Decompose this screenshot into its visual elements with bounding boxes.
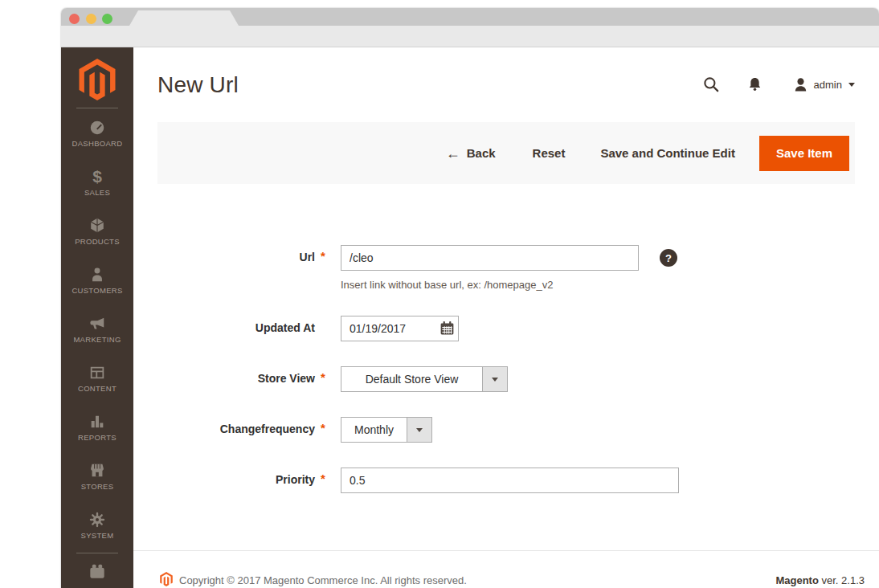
url-input[interactable] — [341, 245, 639, 271]
copyright-text: Copyright © 2017 Magento Commerce Inc. A… — [179, 572, 467, 586]
sidebar-item-marketing[interactable]: MARKETING — [61, 304, 133, 353]
required-mark: * — [315, 366, 341, 384]
content-icon — [88, 364, 106, 382]
magento-logo-icon — [79, 59, 116, 100]
sidebar-item-system[interactable]: SYSTEM — [61, 500, 133, 549]
priority-field-row: Priority * — [133, 468, 879, 493]
admin-footer: Copyright © 2017 Magento Commerce Inc. A… — [133, 550, 879, 588]
version-brand: Magento — [775, 574, 818, 586]
new-url-form: Url * Insert link without base url, ex: … — [133, 184, 879, 550]
sidebar-item-label: DASHBOARD — [72, 139, 123, 148]
changefrequency-label: Changefrequency — [133, 417, 315, 435]
required-mark: * — [315, 468, 341, 485]
page-header: New Url — [133, 47, 879, 122]
priority-label: Priority — [133, 468, 315, 486]
store-view-select[interactable]: Default Store View — [341, 366, 508, 392]
magento-footer-logo-icon — [160, 572, 173, 586]
sidebar-item-dashboard[interactable]: DASHBOARD — [61, 108, 133, 157]
browser-tab[interactable] — [129, 10, 239, 26]
close-window-button[interactable] — [69, 14, 80, 24]
required-mark: * — [315, 245, 341, 263]
sidebar-item-label: SYSTEM — [81, 531, 114, 540]
minimize-window-button[interactable] — [86, 14, 96, 24]
sidebar-item-label: REPORTS — [78, 433, 117, 442]
page-actions-bar: ← Back Reset Save and Continue Edit Save… — [157, 122, 855, 184]
changefrequency-select[interactable]: Monthly — [341, 417, 432, 443]
products-icon — [88, 217, 106, 235]
sidebar-item-content[interactable]: CONTENT — [61, 353, 133, 402]
extensions-icon[interactable] — [87, 560, 108, 584]
notifications-bell-icon[interactable] — [746, 76, 763, 93]
sidebar-item-sales[interactable]: $ SALES — [61, 157, 133, 206]
search-icon[interactable] — [702, 76, 721, 94]
customers-icon — [88, 266, 106, 284]
marketing-icon — [88, 315, 106, 333]
page-title: New Url — [157, 72, 239, 98]
admin-user-menu[interactable]: admin — [792, 76, 855, 93]
save-item-button[interactable]: Save Item — [759, 136, 849, 171]
browser-toolbar — [61, 26, 879, 47]
sidebar-item-label: PRODUCTS — [75, 237, 120, 246]
calendar-icon[interactable] — [437, 320, 456, 337]
stores-icon — [88, 462, 106, 480]
back-arrow-icon: ← — [446, 146, 460, 161]
store-view-field-row: Store View * Default Store View — [133, 366, 879, 392]
sidebar-item-label: CUSTOMERS — [72, 286, 122, 295]
browser-window: DASHBOARD $ SALES PRODUCTS — [61, 8, 879, 588]
zoom-window-button[interactable] — [102, 14, 112, 24]
url-field-row: Url * Insert link without base url, ex: … — [133, 245, 879, 291]
system-gear-icon — [88, 511, 106, 529]
store-view-selected-value: Default Store View — [341, 367, 482, 391]
updated-at-label: Updated At — [133, 316, 315, 334]
priority-input[interactable] — [341, 468, 679, 493]
updated-at-field-row: Updated At — [133, 316, 879, 341]
back-button[interactable]: ← Back — [446, 146, 496, 161]
chevron-down-icon — [848, 83, 855, 87]
window-titlebar — [61, 8, 879, 26]
sidebar-item-products[interactable]: PRODUCTS — [61, 206, 133, 255]
sidebar-item-label: STORES — [81, 482, 114, 491]
admin-username: admin — [814, 79, 842, 91]
required-mark: * — [315, 417, 341, 435]
admin-sidebar: DASHBOARD $ SALES PRODUCTS — [61, 47, 133, 588]
sidebar-item-label: SALES — [84, 188, 110, 197]
sidebar-item-label: MARKETING — [73, 335, 121, 344]
reset-button[interactable]: Reset — [533, 146, 566, 160]
sidebar-item-customers[interactable]: CUSTOMERS — [61, 255, 133, 304]
reports-icon — [88, 413, 106, 431]
changefrequency-field-row: Changefrequency * Monthly — [133, 417, 879, 443]
url-help-note: Insert link without base url, ex: /homep… — [341, 279, 639, 291]
dropdown-arrow-icon[interactable] — [407, 418, 431, 442]
required-mark-empty — [315, 316, 341, 320]
changefrequency-selected-value: Monthly — [341, 418, 407, 442]
store-view-label: Store View — [133, 366, 315, 385]
dropdown-arrow-icon[interactable] — [482, 367, 507, 391]
version-text: Magento ver. 2.1.3 — [775, 572, 865, 586]
sales-icon: $ — [92, 168, 102, 186]
save-and-continue-button[interactable]: Save and Continue Edit — [600, 146, 735, 160]
sidebar-item-label: CONTENT — [78, 384, 117, 393]
dashboard-icon — [88, 119, 106, 137]
sidebar-divider — [76, 553, 118, 553]
user-icon — [792, 76, 809, 93]
sidebar-item-stores[interactable]: STORES — [61, 451, 133, 500]
version-number: ver. 2.1.3 — [822, 574, 865, 586]
url-label: Url — [133, 245, 315, 263]
help-icon[interactable]: ? — [660, 249, 677, 267]
sidebar-item-reports[interactable]: REPORTS — [61, 402, 133, 451]
